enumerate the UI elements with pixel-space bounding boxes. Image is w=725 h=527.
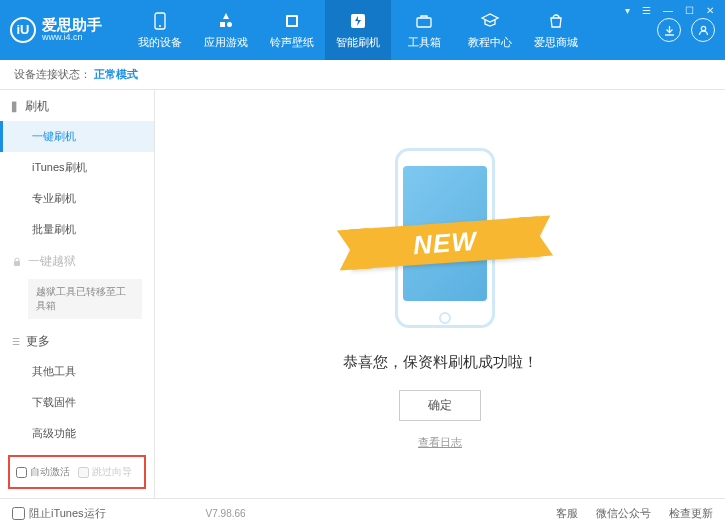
maximize-icon[interactable]: ☐	[682, 5, 697, 16]
sidebar-group-jailbreak: 一键越狱	[0, 245, 154, 276]
sidebar-item-pro-flash[interactable]: 专业刷机	[0, 183, 154, 214]
hamburger-icon: ☰	[12, 337, 20, 347]
status-prefix: 设备连接状态：	[14, 67, 91, 82]
nav-my-device[interactable]: 我的设备	[127, 0, 193, 60]
svg-rect-5	[417, 18, 431, 27]
auto-activate-checkbox[interactable]: 自动激活	[16, 465, 70, 479]
nav-apps[interactable]: 应用游戏	[193, 0, 259, 60]
sidebar-group-more[interactable]: ☰ 更多	[0, 325, 154, 356]
footer: 阻止iTunes运行 V7.98.66 客服 微信公众号 检查更新	[0, 498, 725, 527]
sidebar-item-other-tools[interactable]: 其他工具	[0, 356, 154, 387]
user-button[interactable]	[691, 18, 715, 42]
svg-point-6	[701, 26, 705, 30]
flash-icon	[347, 10, 369, 32]
footer-support[interactable]: 客服	[556, 506, 578, 521]
sidebar-item-download-firmware[interactable]: 下载固件	[0, 387, 154, 418]
main-content: NEW 恭喜您，保资料刷机成功啦！ 确定 查看日志	[155, 90, 725, 498]
logo: iU 爱思助手 www.i4.cn	[10, 17, 102, 43]
sidebar-item-itunes-flash[interactable]: iTunes刷机	[0, 152, 154, 183]
download-button[interactable]	[657, 18, 681, 42]
header: ▾ ☰ — ☐ ✕ iU 爱思助手 www.i4.cn 我的设备 应用游戏 铃声…	[0, 0, 725, 60]
status-bar: 设备连接状态： 正常模式	[0, 60, 725, 90]
jailbreak-note: 越狱工具已转移至工具箱	[28, 279, 142, 319]
chevron-down-icon: ▋	[12, 102, 19, 112]
store-icon	[545, 10, 567, 32]
nav-toolbox[interactable]: 工具箱	[391, 0, 457, 60]
close-icon[interactable]: ✕	[703, 5, 717, 16]
header-actions	[657, 18, 715, 42]
tray-icon[interactable]: ☰	[639, 5, 654, 16]
app-title: 爱思助手	[42, 17, 102, 34]
activation-options: 自动激活 跳过向导	[8, 455, 146, 489]
nav-store[interactable]: 爱思商城	[523, 0, 589, 60]
view-log-link[interactable]: 查看日志	[418, 435, 462, 450]
sidebar-item-oneclick-flash[interactable]: 一键刷机	[0, 121, 154, 152]
window-controls: ▾ ☰ — ☐ ✕	[622, 5, 717, 16]
nav-tutorials[interactable]: 教程中心	[457, 0, 523, 60]
top-nav: 我的设备 应用游戏 铃声壁纸 智能刷机 工具箱 教程中心 爱思商城	[127, 0, 657, 60]
nav-flash[interactable]: 智能刷机	[325, 0, 391, 60]
minimize-icon[interactable]: —	[660, 5, 676, 16]
svg-point-1	[159, 25, 161, 27]
apps-icon	[215, 10, 237, 32]
skip-setup-checkbox[interactable]: 跳过向导	[78, 465, 132, 479]
device-icon	[149, 10, 171, 32]
footer-check-update[interactable]: 检查更新	[669, 506, 713, 521]
sidebar: ▋ 刷机 一键刷机 iTunes刷机 专业刷机 批量刷机 一键越狱 越狱工具已转…	[0, 90, 155, 498]
svg-rect-7	[14, 261, 20, 266]
footer-wechat[interactable]: 微信公众号	[596, 506, 651, 521]
svg-rect-3	[288, 17, 296, 25]
tutorial-icon	[479, 10, 501, 32]
sidebar-group-flash[interactable]: ▋ 刷机	[0, 90, 154, 121]
ringtone-icon	[281, 10, 303, 32]
sidebar-item-batch-flash[interactable]: 批量刷机	[0, 214, 154, 245]
version-label: V7.98.66	[206, 508, 246, 519]
new-banner: NEW	[349, 216, 541, 269]
app-url: www.i4.cn	[42, 33, 102, 43]
success-illustration: NEW	[365, 138, 515, 338]
nav-ringtones[interactable]: 铃声壁纸	[259, 0, 325, 60]
menu-icon[interactable]: ▾	[622, 5, 633, 16]
lock-icon	[12, 257, 22, 267]
block-itunes-checkbox[interactable]: 阻止iTunes运行	[12, 506, 106, 521]
toolbox-icon	[413, 10, 435, 32]
status-mode: 正常模式	[94, 67, 138, 82]
logo-icon: iU	[10, 17, 36, 43]
ok-button[interactable]: 确定	[399, 390, 481, 421]
device-info[interactable]: iPhone 15 Pro Max 512GB iPhone	[0, 495, 154, 498]
success-message: 恭喜您，保资料刷机成功啦！	[343, 353, 538, 372]
sidebar-item-advanced[interactable]: 高级功能	[0, 418, 154, 449]
